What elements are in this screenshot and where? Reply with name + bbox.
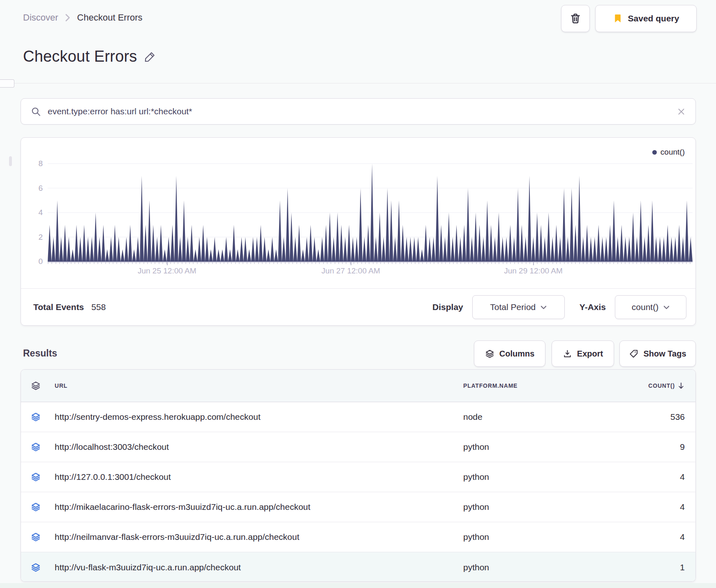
breadcrumb-discover-link[interactable]: Discover bbox=[23, 12, 58, 23]
page-title: Checkout Errors bbox=[23, 48, 156, 65]
chevron-down-icon bbox=[540, 306, 547, 310]
url-cell: http://localhost:3003/checkout bbox=[55, 442, 463, 452]
page-bottom-strip bbox=[0, 583, 716, 588]
layers-icon[interactable] bbox=[31, 532, 55, 542]
layers-icon[interactable] bbox=[31, 442, 55, 452]
platform-cell: node bbox=[463, 412, 611, 422]
yaxis-label: Y-Axis bbox=[580, 302, 606, 312]
column-header-url[interactable]: URL bbox=[55, 382, 463, 389]
yaxis-value: count() bbox=[632, 302, 658, 312]
platform-cell: python bbox=[463, 442, 611, 452]
column-header-count[interactable]: COUNT() bbox=[611, 382, 685, 389]
breadcrumb-current: Checkout Errors bbox=[77, 12, 143, 23]
page-title-text: Checkout Errors bbox=[23, 48, 137, 65]
platform-cell: python bbox=[463, 532, 611, 542]
header-divider bbox=[0, 83, 716, 83]
chevron-right-icon bbox=[65, 14, 71, 22]
download-icon bbox=[563, 349, 572, 359]
url-cell: http://neilmanvar-flask-errors-m3uuizd7i… bbox=[55, 532, 463, 542]
x-tick-mark bbox=[533, 262, 534, 265]
table-header-row: URL PLATFORM.NAME COUNT() bbox=[21, 370, 695, 402]
bookmark-icon bbox=[613, 13, 623, 24]
table-row[interactable]: http://mikaelacarino-flask-errors-m3uuiz… bbox=[21, 492, 695, 522]
panel-collapse-handle[interactable] bbox=[0, 79, 14, 88]
discover-page: Discover Checkout Errors Saved query Che… bbox=[0, 0, 716, 588]
url-cell: http://mikaelacarino-flask-errors-m3uuiz… bbox=[55, 502, 463, 512]
column-header-platform[interactable]: PLATFORM.NAME bbox=[463, 382, 611, 389]
platform-cell: python bbox=[463, 502, 611, 512]
search-input[interactable]: event.type:error has:url url:*checkout* bbox=[48, 106, 670, 116]
chart-controls: Display Total Period Y-Axis count() bbox=[432, 295, 683, 319]
url-cell: http://vu-flask-m3uuizd7iq-uc.a.run.app/… bbox=[55, 563, 463, 572]
total-events: Total Events 558 bbox=[33, 302, 106, 312]
search-bar[interactable]: event.type:error has:url url:*checkout* bbox=[21, 98, 696, 125]
count-cell: 4 bbox=[611, 502, 685, 512]
show-tags-button[interactable]: Show Tags bbox=[619, 340, 696, 367]
platform-cell: python bbox=[463, 563, 611, 572]
results-table: URL PLATFORM.NAME COUNT() http://sentry-… bbox=[21, 369, 696, 582]
display-value: Total Period bbox=[490, 302, 536, 312]
x-tick-label: Jun 25 12:00 AM bbox=[138, 266, 196, 275]
chart-plot-area[interactable]: 8 6 4 2 0 Jun 25 12:00 AM Jun 27 12:00 A… bbox=[48, 150, 693, 262]
y-tick-label: 0 bbox=[27, 257, 43, 266]
layers-icon[interactable] bbox=[31, 563, 55, 572]
x-axis-minor-ticks bbox=[48, 262, 693, 264]
breadcrumb: Discover Checkout Errors bbox=[23, 12, 143, 23]
chart-footer: Total Events 558 Display Total Period Y-… bbox=[21, 288, 695, 325]
layers-icon[interactable] bbox=[31, 472, 55, 482]
total-events-label: Total Events bbox=[33, 302, 84, 312]
x-tick-mark bbox=[167, 262, 168, 265]
y-tick-label: 2 bbox=[27, 233, 43, 242]
layers-icon[interactable] bbox=[31, 412, 55, 422]
saved-query-button[interactable]: Saved query bbox=[595, 5, 697, 32]
y-tick-label: 4 bbox=[27, 208, 43, 217]
count-cell: 4 bbox=[611, 532, 685, 542]
url-cell: http://sentry-demos-express.herokuapp.co… bbox=[55, 412, 463, 422]
count-cell: 9 bbox=[611, 442, 685, 452]
y-tick-label: 6 bbox=[27, 184, 43, 193]
table-row[interactable]: http://sentry-demos-express.herokuapp.co… bbox=[21, 402, 695, 432]
layers-icon[interactable] bbox=[31, 381, 55, 391]
delete-query-button[interactable] bbox=[561, 5, 590, 32]
x-tick-label: Jun 27 12:00 AM bbox=[321, 266, 380, 275]
y-tick-label: 8 bbox=[27, 159, 43, 168]
results-heading: Results bbox=[23, 348, 57, 359]
x-tick-label: Jun 29 12:00 AM bbox=[504, 266, 563, 275]
x-tick-mark bbox=[351, 262, 351, 265]
layers-icon[interactable] bbox=[31, 502, 55, 512]
table-body: http://sentry-demos-express.herokuapp.co… bbox=[21, 402, 695, 582]
export-button[interactable]: Export bbox=[552, 340, 614, 367]
chevron-down-icon bbox=[663, 306, 670, 310]
display-label: Display bbox=[432, 302, 463, 312]
yaxis-select[interactable]: count() bbox=[615, 295, 686, 319]
search-icon bbox=[31, 106, 41, 117]
table-row[interactable]: http://neilmanvar-flask-errors-m3uuizd7i… bbox=[21, 522, 695, 552]
saved-query-label: Saved query bbox=[628, 14, 679, 23]
tag-icon bbox=[629, 349, 638, 359]
count-cell: 4 bbox=[611, 472, 685, 482]
table-row[interactable]: http://127.0.0.1:3001/checkout python 4 bbox=[21, 462, 695, 492]
edit-pencil-icon[interactable] bbox=[144, 51, 156, 63]
trash-icon bbox=[570, 13, 581, 24]
table-row[interactable]: http://vu-flask-m3uuizd7iq-uc.a.run.app/… bbox=[21, 552, 695, 582]
platform-cell: python bbox=[463, 472, 611, 482]
show-tags-label: Show Tags bbox=[643, 349, 686, 359]
count-cell: 536 bbox=[611, 412, 685, 422]
columns-label: Columns bbox=[499, 349, 535, 359]
sort-descending-icon bbox=[677, 382, 685, 389]
sidebar-drag-pill bbox=[9, 156, 12, 166]
area-chart bbox=[48, 150, 693, 262]
export-label: Export bbox=[577, 349, 603, 359]
count-cell: 1 bbox=[611, 563, 685, 572]
table-row[interactable]: http://localhost:3003/checkout python 9 bbox=[21, 432, 695, 462]
total-events-value: 558 bbox=[91, 302, 106, 312]
columns-button[interactable]: Columns bbox=[474, 340, 545, 367]
events-chart-panel: count() 8 6 4 2 0 Jun 25 12:00 AM Jun 27… bbox=[21, 137, 696, 326]
display-select[interactable]: Total Period bbox=[472, 295, 565, 319]
close-icon[interactable] bbox=[677, 107, 686, 116]
layers-icon bbox=[485, 349, 494, 359]
url-cell: http://127.0.0.1:3001/checkout bbox=[55, 472, 463, 482]
